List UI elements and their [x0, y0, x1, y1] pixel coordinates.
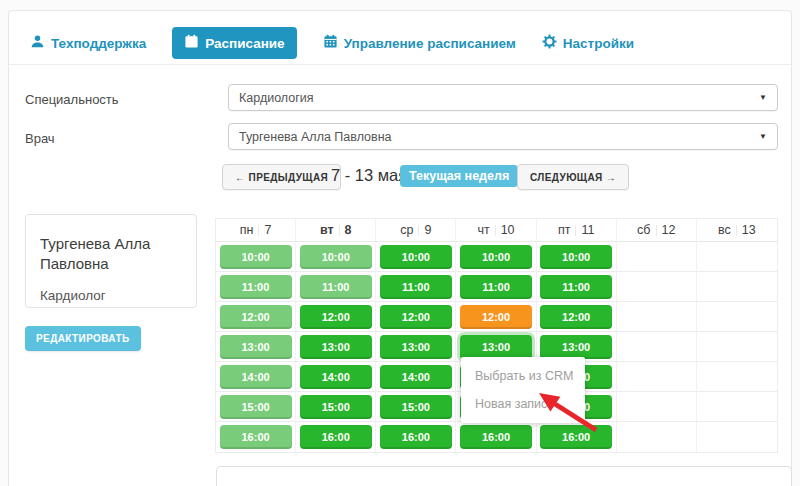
- next-week-button[interactable]: СЛЕДУЮЩАЯ →: [517, 164, 629, 190]
- time-slot[interactable]: 16:00: [300, 425, 372, 449]
- calendar-cell: 13:00: [376, 332, 456, 362]
- calendar-cell: 13:00: [296, 332, 376, 362]
- calendar-cell: [617, 242, 697, 272]
- calendar-cell: [617, 362, 697, 392]
- prev-week-button[interactable]: ← ПРЕДЫДУЩАЯ: [222, 164, 341, 190]
- calendar-cell: [617, 332, 697, 362]
- time-slot[interactable]: 14:00: [220, 365, 292, 389]
- time-slot[interactable]: 13:00: [460, 335, 532, 359]
- edit-button[interactable]: РЕДАКТИРОВАТЬ: [25, 326, 141, 351]
- tab-bar: Техподдержка Расписание: [30, 27, 634, 59]
- tab-support[interactable]: Техподдержка: [30, 34, 146, 52]
- calendar-cell: 12:00: [537, 302, 617, 332]
- calendar-cell: [617, 302, 697, 332]
- calendar-cell: 12:00: [216, 302, 296, 332]
- time-slot[interactable]: 11:00: [380, 275, 452, 299]
- time-slot[interactable]: 12:00: [380, 305, 452, 329]
- calendar-header-row: пн7вт8ср9чт10пт11сб12вс13: [216, 219, 777, 242]
- dropdown-caret-icon: ▼: [759, 94, 767, 102]
- calendar-cell: 11:00: [216, 272, 296, 302]
- calendar-cell: [697, 272, 777, 302]
- calendar-cell: 10:00: [537, 242, 617, 272]
- calendar-cell: [617, 422, 697, 452]
- calendar-cell: [697, 362, 777, 392]
- time-slot[interactable]: 11:00: [540, 275, 612, 299]
- calendar-check-icon: [184, 34, 199, 52]
- calendar-cell: 15:00: [376, 392, 456, 422]
- calendar-cell: 12:00: [456, 302, 536, 332]
- calendar-cell: 11:00: [537, 272, 617, 302]
- time-slot[interactable]: 16:00: [460, 425, 532, 449]
- time-slot[interactable]: 16:00: [220, 425, 292, 449]
- doctor-name: Тургенева Алла Павловна: [40, 234, 170, 275]
- day-header: сб12: [617, 219, 697, 242]
- time-slot[interactable]: 11:00: [220, 275, 292, 299]
- time-slot[interactable]: 16:00: [380, 425, 452, 449]
- time-slot[interactable]: 15:00: [380, 395, 452, 419]
- calendar-cell: 16:00: [456, 422, 536, 452]
- calendar-cell: 16:00: [376, 422, 456, 452]
- time-slot[interactable]: 12:00: [460, 305, 532, 329]
- time-slot[interactable]: 11:00: [300, 275, 372, 299]
- calendar-cell: 10:00: [376, 242, 456, 272]
- calendar-cell: [697, 392, 777, 422]
- calendar-cell: 12:00: [376, 302, 456, 332]
- calendar-cell: 11:00: [376, 272, 456, 302]
- day-header: ср9: [376, 219, 456, 242]
- dropdown-caret-icon: ▼: [759, 133, 767, 141]
- calendar-cell: 14:00: [216, 362, 296, 392]
- calendar-cell: 16:00: [296, 422, 376, 452]
- tab-schedule-management[interactable]: Управление расписанием: [323, 34, 516, 52]
- doctor-select[interactable]: Тургенева Алла Павловна ▼: [228, 123, 778, 150]
- calendar-row: 10:0010:0010:0010:0010:00: [216, 242, 777, 272]
- time-slot[interactable]: 13:00: [540, 335, 612, 359]
- current-week-badge: Текущая неделя: [400, 165, 518, 187]
- calendar-cell: 16:00: [216, 422, 296, 452]
- time-slot[interactable]: 10:00: [460, 245, 532, 269]
- time-slot[interactable]: 10:00: [220, 245, 292, 269]
- time-slot[interactable]: 14:00: [380, 365, 452, 389]
- calendar-cell: [697, 302, 777, 332]
- calendar-cell: 10:00: [296, 242, 376, 272]
- time-slot[interactable]: 10:00: [300, 245, 372, 269]
- calendar-cell: 10:00: [216, 242, 296, 272]
- tab-label: Настройки: [563, 36, 634, 51]
- tabs-divider: [9, 64, 791, 65]
- tab-schedule[interactable]: Расписание: [172, 27, 296, 59]
- time-slot[interactable]: 10:00: [380, 245, 452, 269]
- calendar-cell: 10:00: [456, 242, 536, 272]
- calendar-cell: [617, 272, 697, 302]
- menu-item-crm[interactable]: Выбрать из CRM: [461, 362, 585, 390]
- calendar-cell: 13:00: [216, 332, 296, 362]
- time-slot[interactable]: 13:00: [300, 335, 372, 359]
- red-arrow-icon: [534, 390, 604, 439]
- page: Техподдержка Расписание: [0, 0, 800, 486]
- calendar-cell: 11:00: [296, 272, 376, 302]
- doctor-card: Тургенева Алла Павловна Кардиолог: [25, 214, 197, 308]
- time-slot[interactable]: 15:00: [220, 395, 292, 419]
- doctor-specialty: Кардиолог: [40, 288, 182, 303]
- time-slot[interactable]: 14:00: [300, 365, 372, 389]
- calendar-row: 16:0016:0016:0016:0016:00: [216, 422, 777, 452]
- calendar-cell: [697, 422, 777, 452]
- specialty-select[interactable]: Кардиология ▼: [228, 84, 778, 111]
- time-slot[interactable]: 12:00: [220, 305, 292, 329]
- support-person-icon: [30, 34, 45, 52]
- selected-value: Тургенева Алла Павловна: [239, 130, 392, 144]
- time-slot[interactable]: 15:00: [300, 395, 372, 419]
- calendar-cell: [617, 392, 697, 422]
- calendar-cell: 14:00: [296, 362, 376, 392]
- day-header: чт10: [456, 219, 536, 242]
- tab-settings[interactable]: Настройки: [542, 34, 634, 52]
- calendar-cell: 11:00: [456, 272, 536, 302]
- time-slot[interactable]: 11:00: [460, 275, 532, 299]
- time-slot[interactable]: 12:00: [540, 305, 612, 329]
- time-slot[interactable]: 13:00: [380, 335, 452, 359]
- day-header: пт11: [537, 219, 617, 242]
- gear-icon: [542, 34, 557, 52]
- time-slot[interactable]: 10:00: [540, 245, 612, 269]
- tab-label: Расписание: [205, 36, 284, 51]
- time-slot[interactable]: 12:00: [300, 305, 372, 329]
- calendar-cell: 14:00: [376, 362, 456, 392]
- time-slot[interactable]: 13:00: [220, 335, 292, 359]
